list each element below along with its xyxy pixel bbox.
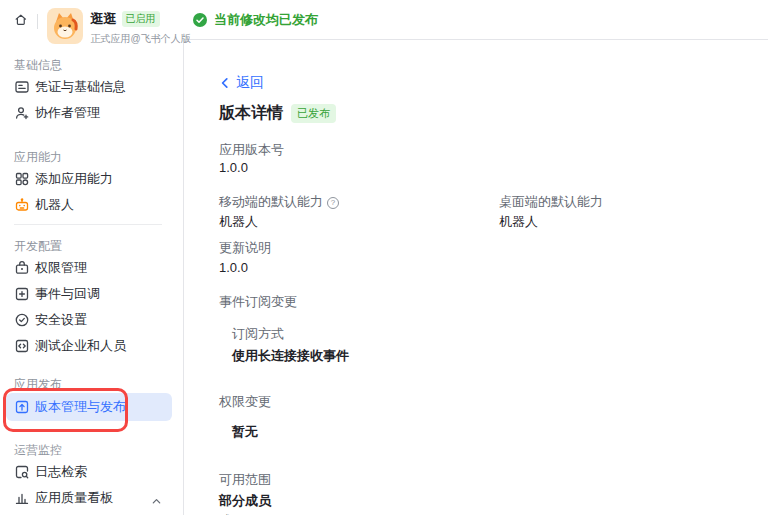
- section-header-dev-config: 开发配置: [0, 237, 176, 255]
- field-value-mobile-capability: 机器人: [219, 213, 499, 231]
- field-value-scope: 部分成员: [219, 492, 744, 510]
- field-label-notes: 更新说明: [219, 239, 744, 257]
- sidebar: 逛逛 已启用 正式应用@飞书个人版 基础信息 凭证与基础信息: [0, 0, 176, 515]
- field-label-permission-change: 权限变更: [219, 393, 744, 411]
- sidebar-item-security[interactable]: 安全设置: [6, 307, 172, 333]
- sidebar-item-label: 应用质量看板: [35, 489, 113, 507]
- sidebar-item-add-capability[interactable]: 添加应用能力: [6, 166, 172, 192]
- log-search-icon: [14, 464, 30, 480]
- sidebar-item-quality-dashboard[interactable]: 应用质量看板: [6, 485, 172, 511]
- sidebar-item-credentials[interactable]: 凭证与基础信息: [6, 74, 172, 100]
- version-detail-card: 返回 版本详情 已发布 应用版本号 1.0.0 移动端的默认能力? 机器人 桌面…: [183, 39, 768, 515]
- field-value-version: 1.0.0: [219, 159, 744, 177]
- field-value-notes: 1.0.0: [219, 259, 744, 277]
- check-circle-icon: [193, 13, 207, 27]
- section-header-monitoring: 运营监控: [0, 441, 176, 459]
- back-chevron-icon: [219, 77, 231, 89]
- section-header-release: 应用发布: [0, 375, 176, 393]
- sidebar-item-events-callbacks[interactable]: 事件与回调: [6, 281, 172, 307]
- sidebar-item-label: 凭证与基础信息: [35, 78, 126, 96]
- field-label-event-subscription: 事件订阅变更: [219, 293, 744, 311]
- sidebar-item-bot[interactable]: 机器人: [6, 192, 172, 218]
- field-label-desktop-capability: 桌面端的默认能力: [499, 193, 603, 211]
- field-value-desktop-capability: 机器人: [499, 213, 603, 231]
- page-title: 版本详情: [219, 103, 283, 124]
- field-value-permission-change: 暂无: [232, 423, 744, 441]
- publish-up-icon: [14, 399, 30, 415]
- field-label-subscription-method: 订阅方式: [232, 325, 744, 343]
- sidebar-item-label: 协作者管理: [35, 104, 100, 122]
- plus-square-icon: [14, 286, 30, 302]
- sidebar-item-test-company[interactable]: 测试企业和人员: [6, 333, 172, 359]
- back-link[interactable]: 返回: [219, 74, 264, 92]
- robot-icon: [14, 197, 30, 213]
- sidebar-item-label: 事件与回调: [35, 285, 100, 303]
- field-label-scope: 可用范围: [219, 471, 744, 489]
- code-square-icon: [14, 338, 30, 354]
- sidebar-item-label: 机器人: [35, 196, 74, 214]
- app-grid-icon: [14, 171, 30, 187]
- bar-chart-icon: [14, 490, 30, 506]
- field-label-version: 应用版本号: [219, 141, 744, 159]
- app-avatar[interactable]: [47, 8, 83, 44]
- field-label-mobile-capability: 移动端的默认能力?: [219, 193, 499, 211]
- section-header-capabilities: 应用能力: [0, 148, 176, 166]
- sidebar-item-label: 权限管理: [35, 259, 87, 277]
- section-header-basic-info: 基础信息: [0, 56, 176, 74]
- sidebar-item-label: 安全设置: [35, 311, 87, 329]
- briefcase-lock-icon: [14, 260, 30, 276]
- main-area: 当前修改均已发布 返回 版本详情 已发布 应用版本号 1.0.0 移动端: [176, 0, 768, 515]
- home-icon[interactable]: [14, 13, 28, 29]
- app-name: 逛逛: [91, 10, 117, 28]
- published-status-badge: 已发布: [291, 104, 336, 123]
- field-value-subscription-method: 使用长连接接收事件: [232, 347, 744, 365]
- sidebar-item-label: 日志检索: [35, 463, 87, 481]
- sidebar-item-label: 测试企业和人员: [35, 337, 126, 355]
- sidebar-header: 逛逛 已启用 正式应用@飞书个人版: [0, 0, 176, 52]
- id-card-icon: [14, 79, 30, 95]
- sidebar-item-collaborators[interactable]: 协作者管理: [6, 100, 172, 126]
- app-window: 逛逛 已启用 正式应用@飞书个人版 基础信息 凭证与基础信息: [0, 0, 768, 515]
- sidebar-item-version-release[interactable]: 版本管理与发布: [6, 393, 172, 421]
- header-divider: [37, 14, 38, 29]
- sidebar-item-permissions[interactable]: 权限管理: [6, 255, 172, 281]
- user-plus-icon: [14, 105, 30, 121]
- question-circle-icon[interactable]: ?: [327, 197, 339, 209]
- app-status-badge: 已启用: [122, 11, 160, 27]
- app-meta: 逛逛 已启用 正式应用@飞书个人版: [91, 8, 176, 46]
- sidebar-item-label: 添加应用能力: [35, 170, 113, 188]
- chevron-up-icon[interactable]: [151, 493, 162, 504]
- sidebar-nav: 基础信息 凭证与基础信息 协作者管理 应用能力: [0, 52, 176, 511]
- app-subtitle: 正式应用@飞书个人版: [91, 32, 176, 46]
- sidebar-item-log-search[interactable]: 日志检索: [6, 459, 172, 485]
- sidebar-item-label: 版本管理与发布: [35, 398, 126, 416]
- nav-divider: [14, 224, 162, 225]
- shield-check-icon: [14, 312, 30, 328]
- publish-status-text: 当前修改均已发布: [214, 11, 318, 29]
- topbar: 当前修改均已发布: [176, 0, 768, 39]
